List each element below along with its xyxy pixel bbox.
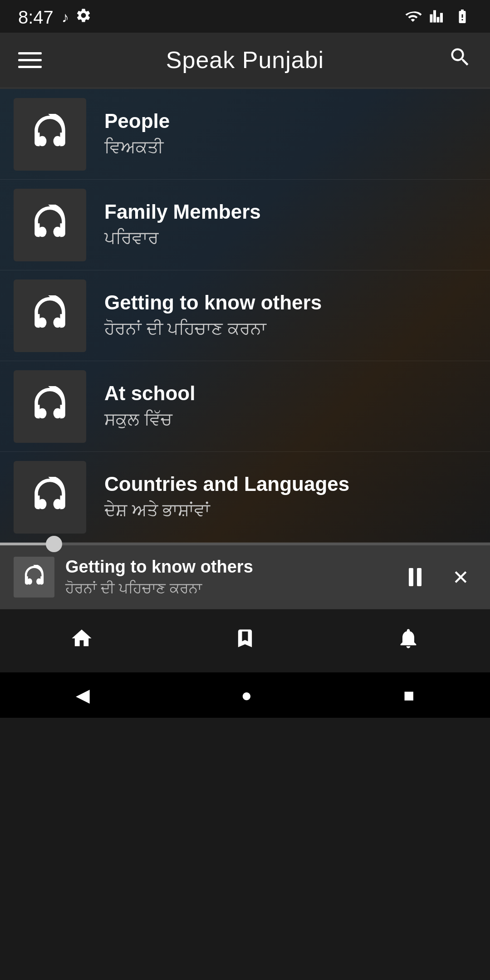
progress-bar[interactable] (0, 543, 490, 545)
item-thumbnail-family (14, 189, 86, 261)
status-icons-right (404, 8, 472, 26)
item-title-family: Family Members (104, 201, 261, 223)
item-text-at-school: At school ਸਕੁਲ ਵਿੱਚ (104, 382, 195, 430)
list-item[interactable]: Getting to know others ਹੋਰਨਾਂ ਦੀ ਪਹਿਚਾਣ … (0, 270, 490, 361)
svg-point-0 (38, 136, 47, 146)
item-subtitle-getting-to-know: ਹੋਰਨਾਂ ਦੀ ਪਹਿਚਾਣ ਕਰਨਾ (104, 319, 322, 339)
battery-icon (453, 8, 472, 26)
list-item[interactable]: Family Members ਪਰਿਵਾਰ (0, 180, 490, 270)
now-playing-bar: Getting to know others ਹੋਰਨਾਂ ਦੀ ਪਹਿਚਾਣ … (0, 543, 490, 609)
status-left: 8:47 ♪ (18, 7, 92, 28)
app-bar: Speak Punjabi (0, 33, 490, 87)
svg-point-5 (54, 317, 62, 328)
home-button[interactable]: ● (223, 678, 270, 713)
item-text-people: People ਵਿਅਕਤੀ (104, 110, 170, 157)
progress-thumb[interactable] (46, 536, 62, 552)
bookmarks-icon (233, 627, 257, 656)
svg-point-1 (54, 136, 62, 146)
settings-icon (75, 7, 92, 27)
svg-point-2 (38, 226, 47, 237)
signal-icon (429, 8, 446, 26)
svg-point-11 (36, 578, 41, 584)
now-playing-controls: ✕ (399, 561, 476, 593)
item-thumbnail-people (14, 98, 86, 171)
home-icon (70, 627, 93, 656)
item-subtitle-family: ਪਰਿਵਾਰ (104, 229, 261, 249)
item-subtitle-people: ਵਿਅਕਤੀ (104, 138, 170, 158)
item-subtitle-at-school: ਸਕੁਲ ਵਿੱਚ (104, 410, 195, 430)
nav-bookmarks[interactable] (215, 619, 275, 663)
back-button[interactable]: ◀ (58, 677, 108, 713)
music-note-icon: ♪ (62, 9, 69, 26)
list-item[interactable]: People ਵਿਅਕਤੀ (0, 89, 490, 180)
search-button[interactable] (448, 45, 472, 74)
svg-point-6 (38, 408, 47, 418)
item-title-people: People (104, 110, 170, 132)
item-subtitle-countries: ਦੇਸ਼ ਅਤੇ ਭਾਸ਼ਾਂਵਾਂ (104, 501, 349, 521)
item-text-getting-to-know: Getting to know others ਹੋਰਨਾਂ ਦੀ ਪਹਿਚਾਣ … (104, 292, 322, 339)
item-title-getting-to-know: Getting to know others (104, 292, 322, 314)
now-playing-text: Getting to know others ਹੋਰਨਾਂ ਦੀ ਪਹਿਚਾਣ … (65, 557, 388, 597)
wifi-icon (404, 8, 422, 26)
nav-home[interactable] (52, 619, 112, 663)
svg-point-4 (38, 317, 47, 328)
svg-point-10 (27, 578, 32, 584)
status-icons-left: ♪ (62, 7, 92, 27)
status-time: 8:47 (18, 7, 54, 28)
system-nav: ◀ ● ■ (0, 672, 490, 718)
recents-button[interactable]: ■ (385, 678, 432, 713)
now-playing-thumbnail (14, 557, 54, 598)
svg-point-8 (38, 499, 47, 509)
item-thumbnail-getting-to-know (14, 279, 86, 352)
list-item[interactable]: Countries and Languages ਦੇਸ਼ ਅਤੇ ਭਾਸ਼ਾਂਵ… (0, 452, 490, 543)
svg-point-9 (54, 499, 62, 509)
svg-point-7 (54, 408, 62, 418)
pause-button[interactable] (399, 561, 431, 593)
item-title-at-school: At school (104, 382, 195, 404)
hamburger-menu-button[interactable] (18, 52, 42, 68)
svg-point-3 (54, 226, 62, 237)
item-text-countries: Countries and Languages ਦੇਸ਼ ਅਤੇ ਭਾਸ਼ਾਂਵ… (104, 473, 349, 520)
close-button[interactable]: ✕ (445, 561, 476, 593)
list-item[interactable]: At school ਸਕੁਲ ਵਿੱਚ (0, 361, 490, 452)
now-playing-subtitle: ਹੋਰਨਾਂ ਦੀ ਪਹਿਚਾਣ ਕਰਨਾ (65, 580, 388, 597)
bottom-nav (0, 609, 490, 672)
now-playing-content: Getting to know others ਹੋਰਨਾਂ ਦੀ ਪਹਿਚਾਣ … (0, 545, 490, 609)
bell-icon (397, 627, 420, 656)
item-title-countries: Countries and Languages (104, 473, 349, 495)
item-thumbnail-at-school (14, 370, 86, 443)
item-thumbnail-countries (14, 461, 86, 534)
now-playing-title: Getting to know others (65, 557, 388, 577)
lesson-list: People ਵਿਅਕਤੀ Family Members ਪਰਿਵਾਰ (0, 89, 490, 543)
status-bar: 8:47 ♪ (0, 0, 490, 33)
app-title: Speak Punjabi (166, 46, 324, 74)
nav-notifications[interactable] (378, 619, 438, 663)
item-text-family: Family Members ਪਰਿਵਾਰ (104, 201, 261, 248)
